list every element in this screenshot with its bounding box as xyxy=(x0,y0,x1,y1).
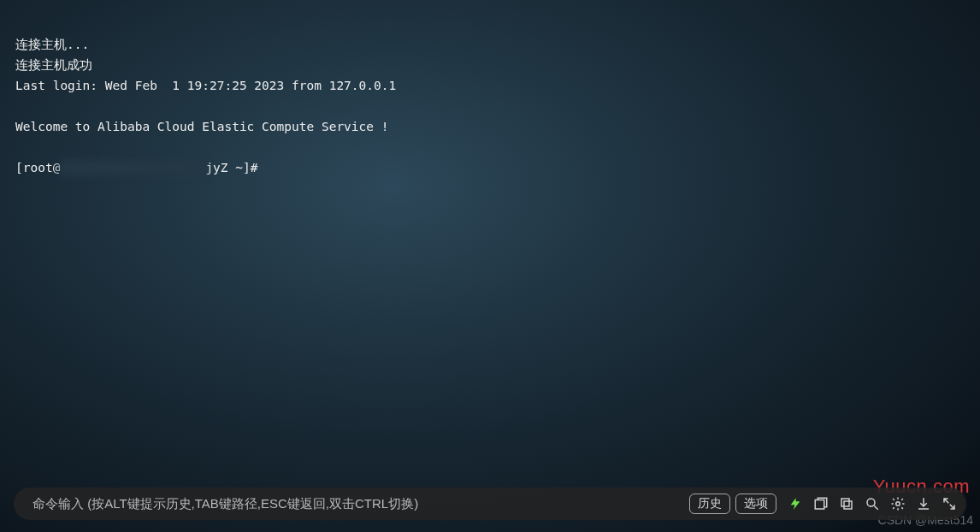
download-icon[interactable] xyxy=(915,495,932,512)
settings-icon[interactable] xyxy=(889,495,906,512)
history-button[interactable]: 历史 xyxy=(689,494,730,514)
hostname-redacted xyxy=(60,160,205,175)
command-input-placeholder[interactable]: 命令输入 (按ALT键提示历史,TAB键路径,ESC键返回,双击CTRL切换) xyxy=(32,496,684,512)
svg-line-4 xyxy=(874,505,878,510)
toolbar-icons xyxy=(787,495,958,512)
line-prompt[interactable]: [root@jyZ ~]# xyxy=(15,161,265,174)
expand-icon[interactable] xyxy=(941,495,958,512)
options-button[interactable]: 选项 xyxy=(735,494,776,514)
line-connecting: 连接主机... xyxy=(15,38,89,51)
svg-rect-2 xyxy=(841,499,849,506)
svg-rect-1 xyxy=(844,501,852,509)
terminal-output: 连接主机... 连接主机成功 Last login: Wed Feb 1 19:… xyxy=(0,0,980,192)
command-input-bar[interactable]: 命令输入 (按ALT键提示历史,TAB键路径,ESC键返回,双击CTRL切换) … xyxy=(14,488,966,520)
svg-rect-0 xyxy=(815,500,824,510)
line-welcome: Welcome to Alibaba Cloud Elastic Compute… xyxy=(15,120,389,133)
windows-icon[interactable] xyxy=(812,495,829,512)
search-icon[interactable] xyxy=(864,495,881,512)
svg-point-3 xyxy=(867,499,875,506)
line-last-login: Last login: Wed Feb 1 19:27:25 2023 from… xyxy=(15,79,396,92)
svg-point-5 xyxy=(896,502,900,506)
copy-icon[interactable] xyxy=(838,495,855,512)
line-connected: 连接主机成功 xyxy=(15,58,92,72)
bolt-icon[interactable] xyxy=(787,495,804,512)
